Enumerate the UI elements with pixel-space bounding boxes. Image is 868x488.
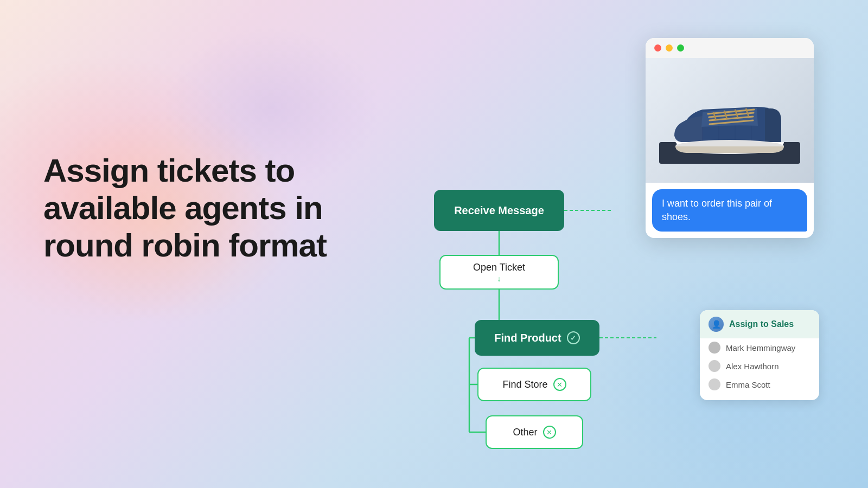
- agent-dot-2: [709, 360, 720, 372]
- hero-section: Assign tickets to available agents in ro…: [43, 152, 342, 264]
- receive-message-label: Receive Message: [454, 204, 544, 217]
- check-icon: ✓: [567, 331, 580, 344]
- find-product-label: Find Product: [494, 332, 561, 344]
- open-ticket-node: Open Ticket ↓: [439, 255, 559, 290]
- receive-message-node: Receive Message: [434, 190, 564, 231]
- agent-dot-1: [709, 342, 720, 354]
- open-ticket-label: Open Ticket: [473, 262, 525, 273]
- agent-item-1: Mark Hemmingway: [700, 338, 819, 357]
- browser-dot-yellow: [666, 44, 673, 52]
- find-store-node: Find Store ✕: [477, 368, 591, 401]
- assign-panel-header: 👤 Assign to Sales: [700, 310, 819, 338]
- down-arrow-icon: ↓: [497, 274, 501, 283]
- browser-image: [646, 58, 814, 183]
- other-node: Other ✕: [486, 415, 583, 449]
- agent-name-3: Emma Scott: [726, 380, 770, 389]
- browser-titlebar: [646, 38, 814, 58]
- agent-item-2: Alex Hawthorn: [700, 357, 819, 375]
- chat-message: I want to order this pair of shoes.: [652, 189, 807, 232]
- hero-title: Assign tickets to available agents in ro…: [43, 152, 342, 264]
- agent-name-1: Mark Hemmingway: [726, 343, 795, 352]
- x-icon-store: ✕: [553, 378, 566, 391]
- diagram-area: Receive Message Open Ticket ↓ Find Produ…: [369, 33, 825, 477]
- assign-panel: 👤 Assign to Sales Mark Hemmingway Alex H…: [700, 310, 819, 400]
- shoe-illustration: [659, 77, 800, 164]
- other-label: Other: [513, 427, 537, 438]
- find-store-label: Find Store: [502, 379, 547, 390]
- agent-item-3: Emma Scott: [700, 375, 819, 394]
- agent-name-2: Alex Hawthorn: [726, 362, 779, 371]
- browser-dot-green: [677, 44, 684, 52]
- browser-window: I want to order this pair of shoes.: [646, 38, 814, 238]
- find-product-node: Find Product ✓: [475, 320, 599, 356]
- browser-dot-red: [654, 44, 661, 52]
- x-icon-other: ✕: [543, 426, 556, 439]
- assign-panel-title: Assign to Sales: [729, 319, 794, 329]
- assign-avatar-icon: 👤: [709, 317, 724, 332]
- agent-dot-3: [709, 378, 720, 390]
